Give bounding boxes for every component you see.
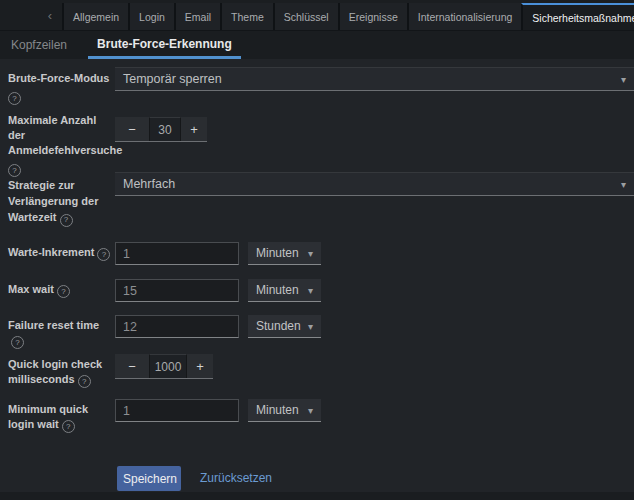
unit-value: Minuten [256, 246, 299, 260]
save-button[interactable]: Speichern [117, 466, 181, 491]
minimum-quick-login-wait-input[interactable] [115, 399, 239, 422]
stepper-value[interactable]: 30 [149, 117, 181, 141]
max-wait-unit-select[interactable]: Minuten ▾ [248, 279, 321, 302]
tab-login[interactable]: Login [128, 3, 174, 30]
help-icon[interactable]: ? [8, 164, 21, 177]
bottom-strip [0, 492, 634, 500]
realm-settings-tabbar: ‹ Allgemein Login Email Theme Schlüssel … [0, 0, 634, 31]
failure-reset-time-input[interactable] [115, 315, 239, 338]
select-value: Mehrfach [123, 177, 175, 191]
stepper-value[interactable]: 1000 [149, 354, 187, 378]
tab-email[interactable]: Email [174, 3, 220, 30]
caret-down-icon: ▾ [621, 179, 626, 190]
subtab-brute-force-erkennung[interactable]: Brute-Force-Erkennung [88, 31, 241, 59]
warte-inkrement-input[interactable] [115, 242, 239, 265]
subtab-kopfzeilen[interactable]: Kopfzeilen [2, 31, 76, 59]
quick-login-check-stepper: − 1000 + [115, 354, 213, 379]
help-icon[interactable]: ? [97, 248, 110, 261]
caret-down-icon: ▾ [308, 405, 313, 416]
minus-button[interactable]: − [115, 354, 149, 378]
field-label-wait-increment-strategy: Strategie zur Verlängerung der Wartezeit… [8, 177, 112, 227]
help-icon[interactable]: ? [11, 336, 24, 349]
select-value: Temporär sperren [123, 72, 222, 86]
unit-value: Minuten [256, 403, 299, 417]
help-icon[interactable]: ? [57, 285, 70, 298]
warte-inkrement-unit-select[interactable]: Minuten ▾ [248, 242, 321, 265]
tab-ereignisse[interactable]: Ereignisse [338, 3, 407, 30]
field-label-max-wait: Max wait? [8, 282, 112, 298]
tab-theme[interactable]: Theme [220, 3, 273, 30]
wait-strategy-select[interactable]: Mehrfach ▾ [115, 172, 634, 196]
minimum-quick-login-wait-unit-select[interactable]: Minuten ▾ [248, 399, 321, 422]
field-label-brute-force-modus: Brute-Force-Modus ? [8, 71, 112, 105]
max-login-failures-stepper: − 30 + [115, 117, 207, 142]
tab-list: Allgemein Login Email Theme Schlüssel Er… [62, 0, 634, 30]
brute-force-mode-select[interactable]: Temporär sperren ▾ [115, 67, 634, 91]
tab-sicherheitsmassnahmen[interactable]: Sicherheitsmaßnahmen [521, 3, 634, 30]
plus-button[interactable]: + [187, 354, 213, 378]
help-icon[interactable]: ? [62, 420, 75, 433]
caret-down-icon: ▾ [308, 248, 313, 259]
field-label-failure-reset-time: Failure reset time? [8, 318, 112, 349]
field-label-minimum-quick-login-wait: Minimum quick login wait? [8, 402, 112, 433]
unit-value: Minuten [256, 283, 299, 297]
security-defenses-subtabbar: Kopfzeilen Brute-Force-Erkennung [0, 31, 634, 59]
help-icon[interactable]: ? [8, 92, 21, 105]
plus-button[interactable]: + [181, 117, 207, 141]
reset-button[interactable]: Zurücksetzen [200, 471, 272, 485]
max-wait-input[interactable] [115, 279, 239, 302]
chevron-left-icon: ‹ [48, 8, 52, 23]
field-label-quick-login-check: Quick login check milliseconds? [8, 357, 112, 388]
failure-reset-time-unit-select[interactable]: Stunden ▾ [248, 315, 321, 338]
caret-down-icon: ▾ [308, 285, 313, 296]
tab-scroll-left-button[interactable]: ‹ [0, 0, 62, 30]
help-icon[interactable]: ? [60, 214, 73, 227]
unit-value: Stunden [256, 319, 301, 333]
caret-down-icon: ▾ [308, 321, 313, 332]
field-label-max-login-failures: Maximale Anzahl der Anmeldefehlversuche … [8, 113, 112, 177]
caret-down-icon: ▾ [621, 74, 626, 85]
tab-allgemein[interactable]: Allgemein [62, 3, 128, 30]
tab-schluessel[interactable]: Schlüssel [273, 3, 338, 30]
help-icon[interactable]: ? [78, 375, 91, 388]
tab-internationalisierung[interactable]: Internationalisierung [407, 3, 522, 30]
field-label-warte-inkrement: Warte-Inkrement? [8, 245, 112, 261]
minus-button[interactable]: − [115, 117, 149, 141]
